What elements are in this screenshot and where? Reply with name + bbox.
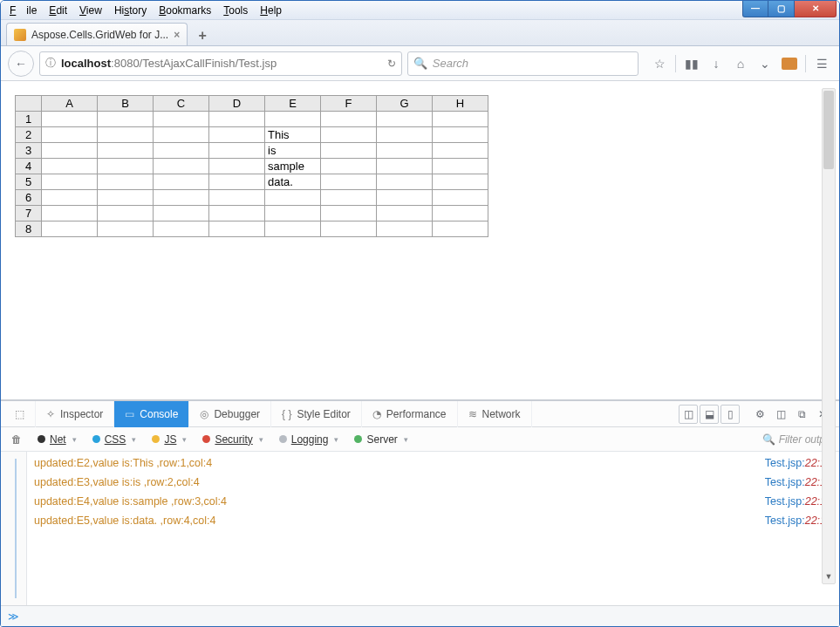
cell-F6[interactable]: [321, 190, 377, 206]
scroll-down-icon[interactable]: ▼: [823, 569, 835, 583]
dock-bottom-icon[interactable]: ⬓: [700, 405, 719, 424]
cell-C5[interactable]: [154, 174, 209, 190]
library-icon[interactable]: ▮▮: [681, 53, 702, 74]
cell-H3[interactable]: [433, 143, 488, 159]
responsive-icon[interactable]: ▯: [720, 405, 740, 424]
filter-logging[interactable]: Logging▾: [274, 432, 345, 447]
home-icon[interactable]: ⌂: [730, 53, 751, 74]
cell-F3[interactable]: [321, 143, 377, 159]
menu-tools[interactable]: Tools: [218, 3, 253, 18]
cell-A5[interactable]: [42, 174, 98, 190]
cell-D1[interactable]: [209, 112, 265, 127]
pocket-icon[interactable]: ⌄: [755, 53, 775, 74]
cell-D2[interactable]: [209, 127, 265, 143]
download-icon[interactable]: ↓: [706, 53, 727, 74]
cell-A7[interactable]: [42, 206, 98, 221]
devtools-pick-element[interactable]: ⬚: [4, 401, 36, 427]
dock-side-icon[interactable]: ◫: [679, 405, 698, 424]
col-header-E[interactable]: E: [265, 96, 321, 112]
url-bar[interactable]: ⓘ localhost:8080/TestAjaxCallFinish/Test…: [39, 51, 402, 76]
clear-console-icon[interactable]: 🗑: [6, 433, 27, 446]
filter-net[interactable]: Net▾: [32, 432, 82, 447]
cell-G3[interactable]: [377, 143, 433, 159]
filter-security[interactable]: Security▾: [197, 432, 268, 447]
dock-window-icon[interactable]: ◫: [771, 405, 790, 424]
cell-G5[interactable]: [377, 174, 433, 190]
cell-H6[interactable]: [433, 190, 488, 206]
cell-G1[interactable]: [377, 112, 433, 127]
cell-F5[interactable]: [321, 174, 377, 190]
cell-A6[interactable]: [42, 190, 98, 206]
cell-C7[interactable]: [154, 206, 209, 221]
menu-bookmarks[interactable]: Bookmarks: [154, 3, 216, 18]
row-header-6[interactable]: 6: [16, 190, 42, 206]
devtools-tab-network[interactable]: ≋Network: [458, 401, 532, 427]
cell-H1[interactable]: [433, 112, 488, 127]
col-header-G[interactable]: G: [377, 96, 433, 112]
cell-C1[interactable]: [154, 112, 209, 127]
col-header-C[interactable]: C: [154, 96, 209, 112]
cell-G2[interactable]: [377, 127, 433, 143]
identity-icon[interactable]: ⓘ: [45, 56, 56, 71]
cell-E8[interactable]: [265, 221, 321, 237]
devtools-tab-styleeditor[interactable]: { }Style Editor: [271, 401, 362, 427]
cell-F2[interactable]: [321, 127, 377, 143]
cell-C4[interactable]: [154, 159, 209, 174]
cell-C6[interactable]: [154, 190, 209, 206]
cell-D3[interactable]: [209, 143, 265, 159]
cell-F8[interactable]: [321, 221, 377, 237]
cell-D6[interactable]: [209, 190, 265, 206]
cell-A4[interactable]: [42, 159, 98, 174]
reload-icon[interactable]: ↻: [387, 58, 396, 70]
addon-icon[interactable]: [779, 53, 800, 74]
cell-B7[interactable]: [98, 206, 154, 221]
tab-close-icon[interactable]: ×: [174, 29, 180, 41]
hamburger-icon[interactable]: ☰: [811, 53, 832, 74]
col-header-F[interactable]: F: [321, 96, 377, 112]
menu-history[interactable]: History: [109, 3, 152, 18]
settings-icon[interactable]: ⚙: [750, 405, 769, 424]
cell-D8[interactable]: [209, 221, 265, 237]
cell-E2[interactable]: This: [265, 127, 321, 143]
cell-E3[interactable]: is: [265, 143, 321, 159]
cell-G4[interactable]: [377, 159, 433, 174]
cell-A3[interactable]: [42, 143, 98, 159]
filter-js[interactable]: JS▾: [147, 432, 192, 447]
cell-D4[interactable]: [209, 159, 265, 174]
menu-view[interactable]: View: [74, 3, 107, 18]
console-input-row[interactable]: ≫: [1, 605, 839, 626]
col-header-B[interactable]: B: [98, 96, 154, 112]
cell-D7[interactable]: [209, 206, 265, 221]
cell-B8[interactable]: [98, 221, 154, 237]
devtools-tab-inspector[interactable]: ✧Inspector: [36, 401, 114, 427]
cell-B5[interactable]: [98, 174, 154, 190]
cell-E4[interactable]: sample: [265, 159, 321, 174]
filter-server[interactable]: Server▾: [349, 432, 413, 447]
menu-file[interactable]: File: [4, 3, 42, 18]
cell-H4[interactable]: [433, 159, 488, 174]
scroll-thumb[interactable]: [823, 91, 834, 169]
minimize-button[interactable]: —: [742, 0, 768, 17]
row-header-4[interactable]: 4: [16, 159, 42, 174]
row-header-3[interactable]: 3: [16, 143, 42, 159]
row-header-7[interactable]: 7: [16, 206, 42, 221]
cell-E7[interactable]: [265, 206, 321, 221]
filter-css[interactable]: CSS▾: [87, 432, 142, 447]
browser-tab[interactable]: Aspose.Cells.GridWeb for J... ×: [6, 23, 188, 45]
cell-G8[interactable]: [377, 221, 433, 237]
row-header-1[interactable]: 1: [16, 112, 42, 127]
cell-H2[interactable]: [433, 127, 488, 143]
cell-E1[interactable]: [265, 112, 321, 127]
row-header-5[interactable]: 5: [16, 174, 42, 190]
menu-edit[interactable]: Edit: [44, 3, 72, 18]
cell-B6[interactable]: [98, 190, 154, 206]
popout-icon[interactable]: ⧉: [792, 405, 811, 424]
bookmark-star-icon[interactable]: ☆: [649, 53, 670, 74]
cell-E6[interactable]: [265, 190, 321, 206]
cell-F7[interactable]: [321, 206, 377, 221]
cell-A2[interactable]: [42, 127, 98, 143]
cell-A1[interactable]: [42, 112, 98, 127]
row-header-8[interactable]: 8: [16, 221, 42, 237]
vertical-scrollbar[interactable]: ▲ ▼: [822, 88, 836, 584]
cell-G7[interactable]: [377, 206, 433, 221]
